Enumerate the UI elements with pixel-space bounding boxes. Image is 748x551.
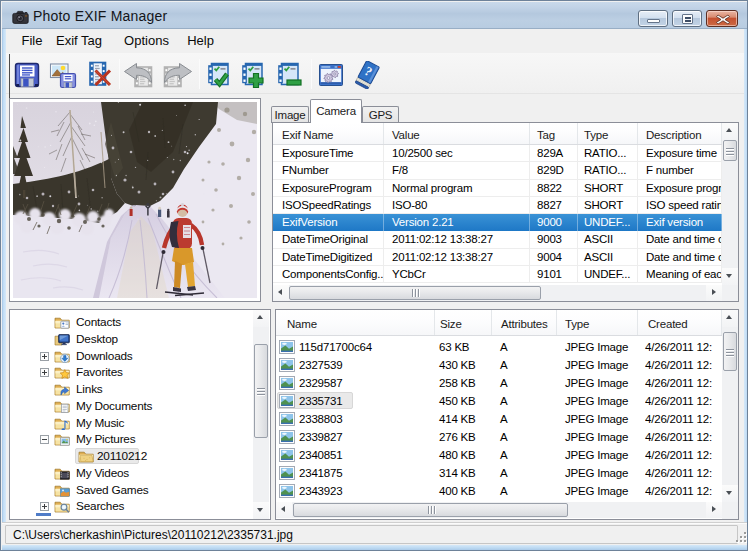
file-column-header[interactable]: Created (638, 310, 722, 335)
save-button[interactable] (13, 61, 41, 89)
file-row-2329587[interactable]: 2329587258 KBAJPEG Image4/26/2011 12: (276, 374, 722, 392)
tree-item-favorites[interactable]: Favorites (10, 364, 270, 381)
file-column-label: Size (440, 318, 462, 330)
next-image-button[interactable] (159, 61, 193, 89)
file-cell-created: 4/26/2011 12: (645, 446, 722, 464)
tree-item-label[interactable]: 20110212 (97, 449, 147, 463)
exif-table-row[interactable]: FNumberF/8829DRATIO...F number (273, 162, 722, 179)
exif-apply-button[interactable] (205, 61, 233, 89)
scroll-thumb[interactable] (289, 286, 541, 300)
minimize-button[interactable] (638, 10, 668, 27)
tree-item-my-videos[interactable]: My Videos (10, 465, 270, 482)
tree-item-desktop[interactable]: Desktop (10, 331, 270, 348)
menu-file[interactable]: File (10, 29, 54, 53)
tree-item-saved-games[interactable]: Saved Games (10, 482, 270, 499)
tree-item-label[interactable]: Links (76, 382, 103, 396)
tree-item-downloads[interactable]: Downloads (10, 348, 270, 365)
tree-item-label[interactable]: Saved Games (76, 483, 149, 497)
file-row-115d71700c64[interactable]: 115d71700c6463 KBAJPEG Image4/26/2011 12… (276, 338, 722, 356)
scroll-down-button[interactable] (722, 485, 738, 502)
tree-item-label[interactable]: Desktop (76, 332, 118, 346)
exif-table-row[interactable]: ISOSpeedRatingsISO-808827SHORTISO speed … (273, 197, 722, 214)
file-horizontal-scrollbar[interactable] (276, 502, 722, 518)
expand-icon[interactable] (40, 502, 49, 511)
tree-item-label[interactable]: Searches (76, 499, 124, 513)
exif-table-row[interactable]: DateTimeDigitized2011:02:12 13:38:279004… (273, 249, 722, 266)
menu-help[interactable]: Help (177, 29, 224, 53)
tree-item-label[interactable]: My Videos (76, 466, 129, 480)
file-column-header[interactable]: Type (557, 310, 638, 335)
tree-item-my-pictures[interactable]: My Pictures (10, 431, 270, 448)
scroll-thumb[interactable] (293, 503, 568, 517)
scroll-right-button[interactable] (706, 502, 722, 518)
minimize-icon (647, 19, 660, 23)
exif-table-row[interactable]: ExifVersionVersion 2.219000UNDEF...Exif … (273, 214, 722, 231)
tree-item-contacts[interactable]: Contacts (10, 314, 270, 331)
scroll-thumb[interactable] (254, 344, 268, 438)
exif-table-row[interactable]: ExposureProgramNormal program8822SHORTEx… (273, 180, 722, 197)
scroll-left-button[interactable] (273, 285, 289, 301)
exif-remove-button[interactable] (275, 61, 303, 89)
tab-image[interactable]: Image (271, 106, 309, 123)
expand-icon[interactable] (40, 352, 49, 361)
collapse-icon[interactable] (40, 435, 49, 444)
previous-image-button[interactable] (123, 61, 157, 89)
menu-options[interactable]: Options (115, 29, 178, 53)
exif-table-row[interactable]: DateTimeOriginal2011:02:12 13:38:279003A… (273, 231, 722, 248)
exif-add-button[interactable] (239, 61, 267, 89)
delete-exif-button[interactable] (85, 61, 113, 89)
scroll-thumb[interactable] (723, 140, 737, 161)
tree-item-label[interactable]: Contacts (76, 315, 121, 329)
tree-item-label[interactable]: My Pictures (76, 432, 135, 446)
tab-gps[interactable]: GPS (362, 106, 399, 123)
exif-table-row[interactable]: ComponentsConfig...YCbCr9101UNDEF...Mean… (273, 266, 722, 283)
file-vertical-scrollbar[interactable] (722, 310, 738, 502)
scroll-up-button[interactable] (722, 123, 738, 140)
resize-grip[interactable] (733, 529, 746, 542)
exif-column-header[interactable]: Type (578, 123, 638, 144)
close-button[interactable] (706, 10, 738, 27)
help-button[interactable]: ? (355, 61, 383, 89)
exif-column-header[interactable]: Description (638, 123, 722, 144)
file-row-2341875[interactable]: 2341875314 KBAJPEG Image4/26/2011 12: (276, 464, 722, 482)
exif-column-header[interactable]: Value (384, 123, 530, 144)
scroll-down-button[interactable] (722, 268, 738, 285)
file-row-2335731[interactable]: 2335731450 KBAJPEG Image4/26/2011 12: (276, 392, 722, 410)
tree-item-my-music[interactable]: My Music (10, 415, 270, 432)
maximize-button[interactable] (672, 10, 702, 27)
exif-horizontal-scrollbar[interactable] (273, 285, 722, 301)
tree-item-my-documents[interactable]: My Documents (10, 398, 270, 415)
exif-column-header[interactable]: Exif Name (273, 123, 384, 144)
options-button[interactable] (317, 61, 345, 89)
scroll-left-button[interactable] (276, 502, 292, 518)
scroll-thumb[interactable] (723, 332, 737, 371)
exif-table-row[interactable]: ExposureTime10/2500 sec829ARATIO...Expos… (273, 145, 722, 162)
expand-icon[interactable] (40, 368, 49, 377)
tree-item-label[interactable]: My Documents (76, 399, 152, 413)
save-image-button[interactable] (49, 61, 77, 89)
tree-item-label[interactable]: Favorites (76, 365, 123, 379)
file-cell-name: 2341875 (299, 464, 342, 482)
tree-vertical-scrollbar[interactable] (253, 310, 269, 519)
file-column-header[interactable]: Size (435, 310, 492, 335)
tree-item-label[interactable]: Downloads (76, 349, 133, 363)
exif-column-header[interactable]: Tag (530, 123, 578, 144)
scroll-up-button[interactable] (722, 310, 738, 327)
tree-item-20110212[interactable]: 20110212 (10, 448, 270, 465)
exif-vertical-scrollbar[interactable] (722, 123, 738, 285)
scroll-up-button[interactable] (253, 310, 269, 327)
scroll-right-button[interactable] (706, 285, 722, 301)
tab-camera[interactable]: Camera (310, 99, 362, 123)
file-column-header[interactable]: Attributes (492, 310, 557, 335)
file-row-2327539[interactable]: 2327539430 KBAJPEG Image4/26/2011 12: (276, 356, 722, 374)
file-column-header[interactable]: Name (276, 310, 435, 335)
tree-item-links[interactable]: Links (10, 381, 270, 398)
file-row-2343923[interactable]: 2343923400 KBAJPEG Image4/26/2011 12: (276, 482, 722, 500)
scroll-down-button[interactable] (253, 502, 269, 519)
menu-exif-tag[interactable]: Exif Tag (51, 29, 107, 53)
file-row-2339827[interactable]: 2339827276 KBAJPEG Image4/26/2011 12: (276, 428, 722, 446)
title-bar[interactable]: Photo EXIF Manager (2, 2, 747, 29)
tree-item-label[interactable]: My Music (76, 416, 124, 430)
file-row-2338803[interactable]: 2338803414 KBAJPEG Image4/26/2011 12: (276, 410, 722, 428)
file-row-2340851[interactable]: 2340851480 KBAJPEG Image4/26/2011 12: (276, 446, 722, 464)
